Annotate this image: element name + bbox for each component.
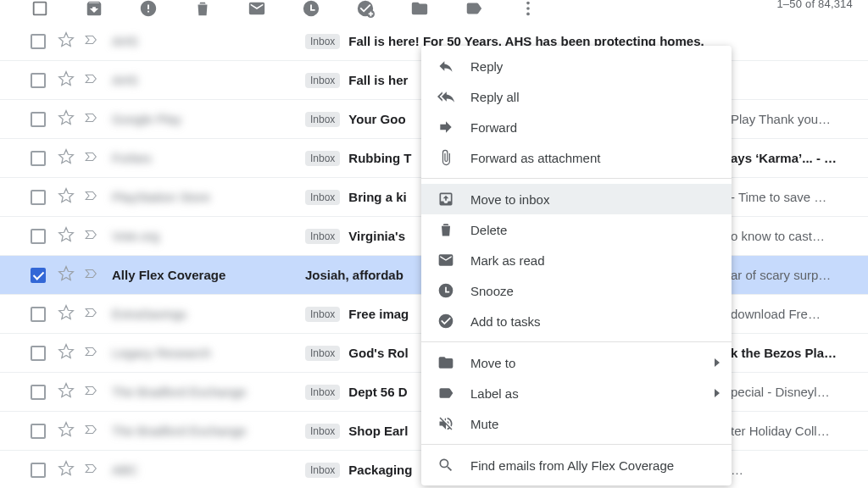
delete-icon[interactable]	[193, 0, 212, 18]
menu-forward-attachment[interactable]: Forward as attachment	[421, 142, 732, 173]
snippet-fragment: …	[731, 463, 854, 477]
snooze-icon[interactable]	[302, 0, 320, 18]
mail-icon[interactable]	[248, 0, 266, 18]
importance-icon[interactable]	[83, 344, 100, 362]
snippet-fragment: Play Thank you…	[731, 112, 854, 126]
menu-delete[interactable]: Delete	[421, 214, 732, 245]
star-icon[interactable]	[58, 148, 75, 168]
row-checkbox[interactable]	[31, 73, 46, 88]
select-checkbox-icon[interactable]	[31, 0, 49, 18]
subject-text: Bring a ki	[348, 190, 406, 204]
importance-icon[interactable]	[83, 422, 100, 440]
sender-name: AHS	[112, 73, 305, 87]
sender-name: The Bradford Exchange	[112, 424, 305, 438]
menu-label-as[interactable]: Label as	[421, 378, 732, 408]
archive-icon[interactable]	[85, 0, 103, 18]
forward-icon	[437, 118, 455, 136]
snippet-fragment: ar of scary surp…	[731, 268, 854, 282]
row-checkbox[interactable]	[31, 424, 46, 439]
subject-text: Your Goo	[348, 112, 405, 126]
menu-reply-all[interactable]: Reply all	[421, 81, 732, 112]
row-checkbox[interactable]	[31, 112, 46, 127]
spam-icon[interactable]	[139, 0, 158, 18]
menu-label: Mark as read	[470, 253, 545, 268]
sender-name: Forbes	[112, 151, 305, 165]
svg-point-3	[526, 13, 530, 16]
subject-text: Virginia's	[348, 229, 405, 243]
star-icon[interactable]	[58, 265, 75, 285]
importance-icon[interactable]	[83, 461, 100, 479]
star-icon[interactable]	[58, 109, 75, 129]
row-checkbox[interactable]	[31, 346, 46, 361]
clock-icon	[437, 281, 455, 300]
subject-text: Shop Earl	[348, 424, 408, 438]
attachment-icon	[437, 148, 455, 167]
toolbar: 1–50 of 84,314	[0, 0, 868, 17]
menu-label: Add to tasks	[470, 314, 541, 329]
menu-label: Delete	[470, 223, 507, 237]
importance-icon[interactable]	[83, 266, 100, 284]
importance-icon[interactable]	[83, 149, 100, 167]
importance-icon[interactable]	[83, 110, 100, 128]
snippet-fragment: ter Holiday Coll…	[731, 424, 854, 438]
star-icon[interactable]	[58, 343, 75, 363]
row-checkbox[interactable]	[31, 34, 46, 49]
menu-divider	[421, 341, 732, 342]
sender-name: ExtraSavings	[112, 307, 305, 321]
inbox-label: Inbox	[305, 34, 340, 49]
subject-text: Josiah, affordab	[305, 268, 403, 282]
more-icon[interactable]	[519, 0, 537, 18]
row-checkbox[interactable]	[31, 190, 46, 205]
menu-label: Forward	[470, 120, 517, 135]
importance-icon[interactable]	[83, 71, 100, 89]
importance-icon[interactable]	[83, 227, 100, 245]
row-checkbox[interactable]	[31, 463, 46, 478]
importance-icon[interactable]	[83, 383, 100, 401]
menu-snooze[interactable]: Snooze	[421, 275, 732, 306]
star-icon[interactable]	[58, 421, 75, 441]
label-icon	[437, 384, 455, 402]
inbox-label: Inbox	[305, 307, 340, 322]
row-checkbox[interactable]	[31, 229, 46, 244]
submenu-arrow-icon	[715, 358, 720, 367]
menu-find-emails[interactable]: Find emails from Ally Flex Coverage	[421, 450, 732, 480]
submenu-arrow-icon	[715, 389, 720, 397]
star-icon[interactable]	[58, 460, 75, 480]
snippet-fragment: ays ‘Karma’... - …	[731, 151, 854, 165]
menu-label: Reply	[470, 59, 503, 74]
sender-name: AHS	[112, 34, 305, 48]
star-icon[interactable]	[58, 304, 75, 324]
context-menu: Reply Reply all Forward Forward as attac…	[421, 46, 732, 485]
importance-icon[interactable]	[83, 32, 100, 50]
star-icon[interactable]	[58, 382, 75, 402]
importance-icon[interactable]	[83, 305, 100, 323]
menu-add-to-tasks[interactable]: Add to tasks	[421, 306, 732, 336]
star-icon[interactable]	[58, 31, 75, 51]
menu-mute[interactable]: Mute	[421, 408, 732, 439]
inbox-label: Inbox	[305, 73, 340, 88]
row-checkbox[interactable]	[31, 268, 46, 283]
menu-mark-read[interactable]: Mark as read	[421, 245, 732, 275]
move-to-icon[interactable]	[410, 0, 429, 18]
star-icon[interactable]	[58, 226, 75, 246]
star-icon[interactable]	[58, 187, 75, 207]
add-task-icon[interactable]	[356, 0, 375, 18]
row-checkbox[interactable]	[31, 307, 46, 322]
row-checkbox[interactable]	[31, 385, 46, 400]
snippet-fragment: - Time to save …	[731, 190, 854, 204]
inbox-label: Inbox	[305, 229, 340, 244]
row-checkbox[interactable]	[31, 151, 46, 166]
star-icon[interactable]	[58, 70, 75, 90]
menu-forward[interactable]: Forward	[421, 112, 732, 142]
subject-text: Fall is her	[348, 73, 408, 87]
snippet-fragment: pecial - Disneyl…	[731, 385, 854, 399]
menu-label: Move to inbox	[470, 192, 549, 207]
menu-move-to-inbox[interactable]: Move to inbox	[421, 184, 732, 214]
menu-reply[interactable]: Reply	[421, 51, 732, 81]
inbox-label: Inbox	[305, 346, 340, 361]
importance-icon[interactable]	[83, 188, 100, 206]
menu-move-to[interactable]: Move to	[421, 347, 732, 378]
menu-label: Move to	[470, 356, 515, 370]
menu-divider	[421, 444, 732, 445]
label-icon[interactable]	[465, 0, 483, 18]
